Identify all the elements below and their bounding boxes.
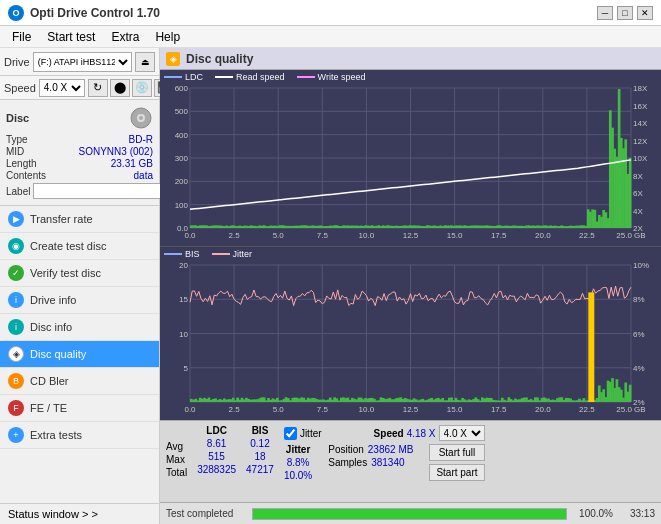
menu-file[interactable]: File <box>4 28 39 46</box>
jitter-row: Jitter Speed 4.18 X 4.0 X <box>284 425 485 441</box>
position-row: Position 23862 MB <box>328 444 413 455</box>
verify-test-disc-label: Verify test disc <box>30 267 101 279</box>
position-samples-col: Position 23862 MB Samples 381340 <box>328 444 413 481</box>
lower-chart-canvas <box>160 247 661 420</box>
drive-label: Drive <box>4 56 30 68</box>
stats-ldc-col: LDC 8.61 515 3288325 <box>197 425 236 498</box>
menubar: File Start test Extra Help <box>0 26 661 48</box>
disc-mid-row: MID SONYNN3 (002) <box>6 146 153 157</box>
stats-bis-avg: 0.12 <box>246 438 274 449</box>
avg-max-row: Jitter 8.8% 10.0% Position 23862 MB Samp… <box>284 444 485 481</box>
create-test-disc-icon: ◉ <box>8 238 24 254</box>
disc-length-value: 23.31 GB <box>111 158 153 169</box>
sidebar-item-verify-test-disc[interactable]: ✓ Verify test disc <box>0 260 159 287</box>
samples-row: Samples 381340 <box>328 457 413 468</box>
legend-bis-label: BIS <box>185 249 200 259</box>
upper-chart-canvas <box>160 70 661 246</box>
disc-contents-label: Contents <box>6 170 46 181</box>
jitter-checkbox[interactable] <box>284 427 297 440</box>
disc-length-label: Length <box>6 158 37 169</box>
disc-header: Disc <box>6 106 153 130</box>
sidebar-item-disc-info[interactable]: i Disc info <box>0 314 159 341</box>
app-logo: O <box>8 5 24 21</box>
disc-info-label: Disc info <box>30 321 72 333</box>
legend-jitter: Jitter <box>212 249 253 259</box>
stats-area: Avg Max Total LDC 8.61 515 3288325 BIS 0… <box>160 420 661 502</box>
legend-write-speed-label: Write speed <box>318 72 366 82</box>
speed-value-stat: 4.18 X <box>407 428 436 439</box>
stats-header-spacer <box>166 425 187 439</box>
record-button[interactable]: ⬤ <box>110 79 130 97</box>
eject-button[interactable]: ⏏ <box>135 52 155 72</box>
jitter-avg-val: 8.8% <box>284 457 312 468</box>
start-full-button[interactable]: Start full <box>429 444 484 461</box>
upper-chart: LDC Read speed Write speed <box>160 70 661 247</box>
stats-right-col: Jitter Speed 4.18 X 4.0 X Jitter 8.8% 10… <box>284 425 485 498</box>
titlebar: O Opti Drive Control 1.70 ─ □ ✕ <box>0 0 661 26</box>
minimize-button[interactable]: ─ <box>597 6 613 20</box>
samples-value: 381340 <box>371 457 404 468</box>
sidebar-item-create-test-disc[interactable]: ◉ Create test disc <box>0 233 159 260</box>
disc-type-row: Type BD-R <box>6 134 153 145</box>
stats-labels-col: Avg Max Total <box>166 425 187 498</box>
stats-ldc-total: 3288325 <box>197 464 236 475</box>
charts-container: LDC Read speed Write speed <box>160 70 661 524</box>
start-buttons: Start full Start part <box>429 444 484 481</box>
disc-mid-label: MID <box>6 146 24 157</box>
speed-select-stat[interactable]: 4.0 X <box>439 425 485 441</box>
start-part-button[interactable]: Start part <box>429 464 484 481</box>
legend-read-speed: Read speed <box>215 72 285 82</box>
maximize-button[interactable]: □ <box>617 6 633 20</box>
sidebar-item-drive-info[interactable]: i Drive info <box>0 287 159 314</box>
sidebar-item-disc-quality[interactable]: ◈ Disc quality <box>0 341 159 368</box>
menu-extra[interactable]: Extra <box>103 28 147 46</box>
disc-contents-row: Contents data <box>6 170 153 181</box>
disc-quality-label: Disc quality <box>30 348 86 360</box>
stats-table: Avg Max Total LDC 8.61 515 3288325 BIS 0… <box>166 425 274 498</box>
svg-point-2 <box>139 116 143 120</box>
stats-ldc-avg: 8.61 <box>197 438 236 449</box>
stats-ldc-max: 515 <box>197 451 236 462</box>
sidebar-item-cd-bler[interactable]: B CD Bler <box>0 368 159 395</box>
verify-test-disc-icon: ✓ <box>8 265 24 281</box>
extra-tests-label: Extra tests <box>30 429 82 441</box>
drive-select[interactable]: (F:) ATAPI iHBS112 2 CL0K <box>33 52 132 72</box>
legend-write-speed: Write speed <box>297 72 366 82</box>
position-value: 23862 MB <box>368 444 414 455</box>
disc-title: Disc <box>6 112 29 124</box>
jitter-stats-col: Jitter 8.8% 10.0% <box>284 444 312 481</box>
fe-te-icon: F <box>8 400 24 416</box>
sidebar-item-extra-tests[interactable]: + Extra tests <box>0 422 159 449</box>
titlebar-left: O Opti Drive Control 1.70 <box>8 5 160 21</box>
menu-start-test[interactable]: Start test <box>39 28 103 46</box>
sidebar-item-transfer-rate[interactable]: ▶ Transfer rate <box>0 206 159 233</box>
legend-ldc-label: LDC <box>185 72 203 82</box>
progress-bar-outer <box>252 508 567 520</box>
disc-length-row: Length 23.31 GB <box>6 158 153 169</box>
titlebar-controls[interactable]: ─ □ ✕ <box>597 6 653 20</box>
upper-legend: LDC Read speed Write speed <box>160 70 369 84</box>
progress-label: Test completed <box>166 508 246 519</box>
cd-bler-icon: B <box>8 373 24 389</box>
samples-label: Samples <box>328 457 367 468</box>
drive-bar: Drive (F:) ATAPI iHBS112 2 CL0K ⏏ <box>0 48 159 76</box>
lower-chart: BIS Jitter <box>160 247 661 420</box>
disc-panel: Disc Type BD-R MID SONYNN3 (002) Length <box>0 100 159 206</box>
close-button[interactable]: ✕ <box>637 6 653 20</box>
transfer-rate-label: Transfer rate <box>30 213 93 225</box>
disc-quality-icon: ◈ <box>8 346 24 362</box>
refresh-button[interactable]: ↻ <box>88 79 108 97</box>
progress-percent: 100.0% <box>573 508 613 519</box>
legend-jitter-label: Jitter <box>233 249 253 259</box>
speed-bar: Speed 4.0 X ↻ ⬤ 💿 💾 <box>0 76 159 100</box>
disc-label-input[interactable] <box>33 183 162 199</box>
stats-ldc-header: LDC <box>197 425 236 436</box>
speed-label: Speed <box>4 82 36 94</box>
status-window-button[interactable]: Status window > > <box>0 503 159 524</box>
speed-select[interactable]: 4.0 X <box>39 79 85 97</box>
sidebar-item-fe-te[interactable]: F FE / TE <box>0 395 159 422</box>
stats-bis-max: 18 <box>246 451 274 462</box>
menu-help[interactable]: Help <box>147 28 188 46</box>
disc-icon <box>129 106 153 130</box>
cd-button[interactable]: 💿 <box>132 79 152 97</box>
